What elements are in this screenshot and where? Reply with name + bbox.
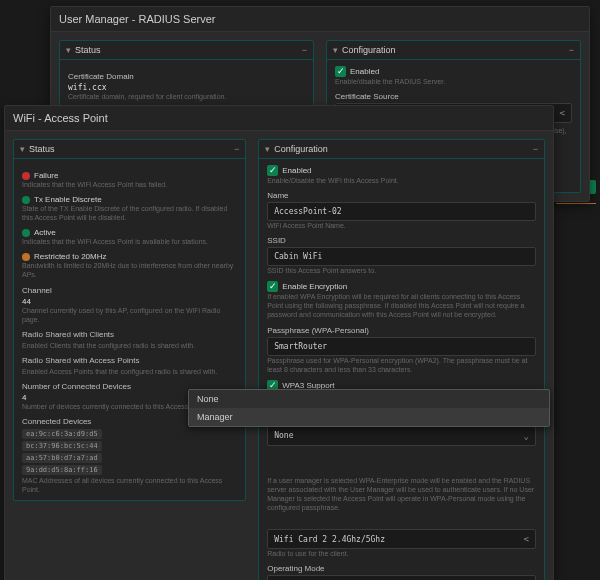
checkbox-label: Enabled: [282, 166, 311, 175]
status-dot-green-icon: [22, 229, 30, 237]
dropdown-option-none[interactable]: None: [189, 390, 549, 408]
failure-status: Failure: [22, 171, 237, 180]
status-dot-green-icon: [22, 196, 30, 204]
radius-enabled-checkbox[interactable]: ✓ Enabled: [335, 66, 379, 77]
wifi-access-point-window: WiFi - Access Point ▾Status − Failure In…: [4, 105, 554, 580]
name-label: Name: [267, 191, 536, 200]
wifi-status-header[interactable]: ▾Status −: [14, 140, 245, 159]
mac-address: aa:57:b0:d7:a7:ad: [22, 453, 102, 463]
cert-source-label: Certificate Source: [335, 92, 572, 101]
wifi-title: WiFi - Access Point: [5, 106, 553, 131]
help-text: WiFi Access Point Name.: [267, 221, 536, 230]
help-text: SSID this Access Point answers to.: [267, 266, 536, 275]
chevron-left-icon: <: [560, 108, 565, 118]
chevron-down-icon: ▾: [66, 45, 71, 55]
collapse-icon: −: [533, 144, 538, 154]
check-icon: ✓: [267, 281, 278, 292]
help-text: MAC Addresses of all devices currently c…: [22, 476, 237, 494]
restricted-status: Restricted to 20MHz: [22, 252, 237, 261]
select-value: None: [274, 431, 293, 440]
radius-config-header[interactable]: ▾Configuration −: [327, 41, 580, 60]
mac-address: 9a:dd:d5:8a:ff:16: [22, 465, 102, 475]
chevron-down-icon: ⌄: [524, 431, 529, 441]
status-label: Tx Enable Discrete: [34, 195, 102, 204]
dropdown-option-manager[interactable]: Manager: [189, 408, 549, 426]
checkbox-label: Enabled: [350, 67, 379, 76]
check-icon: ✓: [335, 66, 346, 77]
wifi-status-section: ▾Status − Failure Indicates that the WiF…: [13, 139, 246, 501]
help-text: If enabled WPA Encryption will be requir…: [267, 292, 536, 319]
help-text: Passphrase used for WPA-Personal encrypt…: [267, 356, 536, 374]
passphrase-label: Passphrase (WPA-Personal): [267, 326, 536, 335]
section-label: Configuration: [342, 45, 396, 55]
radius-status-header[interactable]: ▾Status −: [60, 41, 313, 60]
checkbox-label: Enable Encryption: [282, 282, 347, 291]
status-label: Active: [34, 228, 56, 237]
help-text: If a user manager is selected WPA-Enterp…: [267, 476, 536, 512]
chevron-down-icon: ▾: [20, 144, 25, 154]
active-status: Active: [22, 228, 237, 237]
help-text: Bandwidth is limited to 20MHz due to int…: [22, 261, 237, 279]
ssid-input[interactable]: [267, 247, 536, 266]
radius-title: User Manager - RADIUS Server: [51, 7, 589, 32]
operating-mode-select[interactable]: IEEE 802.11a/n/ac/ax (5GHz) <: [267, 575, 536, 580]
section-label: Status: [75, 45, 101, 55]
help-text: Indicates that the WiFi Access Point has…: [22, 180, 237, 189]
help-text: Enabled Access Points that the configure…: [22, 367, 237, 376]
encryption-checkbox[interactable]: ✓ Enable Encryption: [267, 281, 347, 292]
radio-clients-label: Radio Shared with Clients: [22, 330, 237, 339]
passphrase-input[interactable]: [267, 337, 536, 356]
chevron-down-icon: ▾: [265, 144, 270, 154]
ssid-label: SSID: [267, 236, 536, 245]
tx-enable-status: Tx Enable Discrete: [22, 195, 237, 204]
operating-mode-label: Operating Mode: [267, 564, 536, 573]
collapse-icon: −: [234, 144, 239, 154]
channel-label: Channel: [22, 286, 237, 295]
section-label: Configuration: [274, 144, 328, 154]
mac-list: ea:9c:c6:3a:d9:d5 bc:37:96:bc:5c:44 aa:5…: [22, 428, 237, 476]
cert-domain-value: wifi.ccx: [68, 83, 305, 92]
chevron-left-icon: <: [524, 534, 529, 544]
help-text: Enabled Clients that the configured radi…: [22, 341, 237, 350]
status-label: Restricted to 20MHz: [34, 252, 106, 261]
status-dot-red-icon: [22, 172, 30, 180]
status-label: Failure: [34, 171, 58, 180]
help-text: Radio to use for the client.: [267, 549, 536, 558]
help-text: Certificate domain, required for client …: [68, 92, 305, 101]
divider: [556, 203, 596, 204]
chevron-down-icon: ▾: [333, 45, 338, 55]
help-text: Enable/disable the RADIUS Server.: [335, 77, 572, 86]
mac-address: bc:37:96:bc:5c:44: [22, 441, 102, 451]
status-dot-orange-icon: [22, 253, 30, 261]
help-text: Indicates that the WiFi Access Point is …: [22, 237, 237, 246]
cert-domain-label: Certificate Domain: [68, 72, 305, 81]
radio-aps-label: Radio Shared with Access Points: [22, 356, 237, 365]
section-label: Status: [29, 144, 55, 154]
mac-address: ea:9c:c6:3a:d9:d5: [22, 429, 102, 439]
collapse-icon: −: [302, 45, 307, 55]
radio-select[interactable]: Wifi Card 2 2.4Ghz/5Ghz <: [267, 529, 536, 549]
collapse-icon: −: [569, 45, 574, 55]
select-value: Wifi Card 2 2.4Ghz/5Ghz: [274, 535, 385, 544]
user-manager-dropdown-menu: None Manager: [188, 389, 550, 427]
help-text: State of the TX Enable Discrete of the c…: [22, 204, 237, 222]
wifi-config-header[interactable]: ▾Configuration −: [259, 140, 544, 159]
help-text: Enable/Disable the WiFi this Access Poin…: [267, 176, 536, 185]
user-manager-select[interactable]: None ⌄: [267, 426, 536, 446]
name-input[interactable]: [267, 202, 536, 221]
channel-value: 44: [22, 297, 237, 306]
wifi-enabled-checkbox[interactable]: ✓ Enabled: [267, 165, 311, 176]
check-icon: ✓: [267, 165, 278, 176]
wifi-config-section: ▾Configuration − ✓ Enabled Enable/Disabl…: [258, 139, 545, 580]
help-text: Channel currently used by this AP, confi…: [22, 306, 237, 324]
